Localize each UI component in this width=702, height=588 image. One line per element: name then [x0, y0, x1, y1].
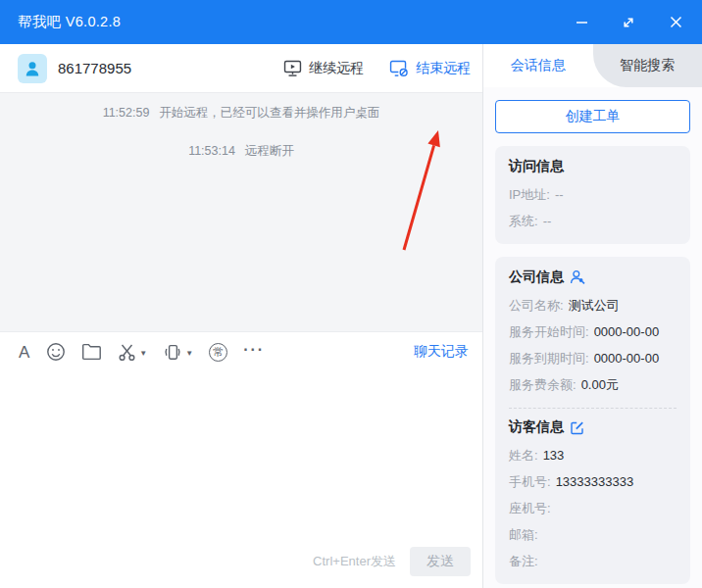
message-time: 11:53:14 — [188, 144, 235, 158]
system-message: 11:52:59开始远程，已经可以查看并操作用户桌面 — [0, 93, 482, 122]
minimize-icon[interactable] — [569, 10, 594, 35]
chat-footer: Ctrl+Enter发送 发送 — [0, 543, 482, 588]
info-row-service-start: 服务开始时间:0000-00-00 — [509, 318, 677, 345]
sidebar-tabs: 会话信息 智能搜索 — [483, 44, 702, 87]
message-text: 开始远程，已经可以查看并操作用户桌面 — [159, 106, 379, 120]
file-icon[interactable] — [81, 343, 102, 361]
tab-session-info[interactable]: 会话信息 — [483, 44, 593, 87]
monitor-play-icon — [283, 60, 302, 77]
tab-smart-search[interactable]: 智能搜索 — [593, 44, 702, 87]
info-row-landline: 座机号: — [509, 495, 677, 521]
continue-remote-label: 继续远程 — [309, 60, 364, 77]
info-row-company-name: 公司名称:测试公司 — [509, 292, 677, 318]
chat-message-area: 11:52:59开始远程，已经可以查看并操作用户桌面 11:53:14远程断开 — [0, 93, 482, 331]
info-row-remark: 备注: — [509, 548, 677, 574]
chevron-down-icon: ▼ — [185, 349, 193, 358]
company-visitor-card: 公司信息 公司名称:测试公司 服务开始时间:0000-00-00 服务到期时间:… — [495, 257, 690, 584]
dashed-divider — [509, 408, 677, 409]
info-panel: 会话信息 智能搜索 创建工单 访问信息 IP地址:-- 系统:-- 公司信 — [482, 44, 702, 588]
continue-remote-button[interactable]: 继续远程 — [283, 60, 364, 77]
chat-history-link[interactable]: 聊天记录 — [414, 343, 469, 361]
company-info-title: 公司信息 — [509, 269, 677, 286]
create-ticket-button[interactable]: 创建工单 — [495, 100, 690, 133]
app-title: 帮我吧 V6.0.2.8 — [18, 13, 121, 31]
info-row-ip: IP地址:-- — [509, 181, 677, 208]
info-row-mobile: 手机号:13333333333 — [509, 468, 677, 495]
info-row-email: 邮箱: — [509, 521, 677, 548]
info-row-system: 系统:-- — [509, 208, 677, 234]
info-row-name: 姓名:133 — [509, 442, 677, 468]
window-controls — [569, 10, 688, 35]
end-remote-label: 结束远程 — [416, 60, 471, 77]
visit-info-title: 访问信息 — [509, 158, 677, 175]
info-row-service-end: 服务到期时间:0000-00-00 — [509, 345, 677, 371]
monitor-end-icon — [389, 60, 409, 77]
edit-icon[interactable] — [570, 420, 584, 435]
message-text: 远程断开 — [245, 144, 294, 158]
close-icon[interactable] — [663, 10, 688, 35]
visitor-info-title: 访客信息 — [509, 418, 677, 436]
user-avatar — [18, 54, 47, 83]
maximize-icon[interactable] — [616, 10, 641, 35]
chat-toolbar: A ▼ — [0, 331, 482, 372]
system-message: 11:53:14远程断开 — [0, 122, 482, 160]
send-hint: Ctrl+Enter发送 — [313, 553, 396, 570]
chat-panel: 861778955 继续远程 — [0, 44, 482, 588]
user-id: 861778955 — [58, 60, 131, 76]
person-key-icon[interactable] — [570, 270, 585, 285]
message-time: 11:52:59 — [103, 106, 150, 120]
font-icon[interactable]: A — [18, 344, 30, 361]
titlebar: 帮我吧 V6.0.2.8 — [0, 0, 702, 44]
message-input[interactable] — [0, 372, 482, 544]
info-row-service-balance: 服务费余额:0.00元 — [509, 371, 677, 398]
screenshot-icon[interactable]: ▼ — [118, 343, 147, 362]
visit-info-card: 访问信息 IP地址:-- 系统:-- — [495, 146, 690, 244]
chevron-down-icon: ▼ — [139, 349, 147, 358]
more-icon[interactable]: ··· — [243, 342, 265, 358]
session-info-content: 创建工单 访问信息 IP地址:-- 系统:-- 公司信息 — [483, 87, 702, 588]
emoji-icon[interactable] — [46, 342, 66, 362]
common-phrases-icon[interactable]: 常 — [209, 343, 227, 362]
end-remote-button[interactable]: 结束远程 — [389, 60, 471, 77]
shake-icon[interactable]: ▼ — [163, 343, 193, 362]
send-button[interactable]: 发送 — [410, 547, 471, 576]
chat-header: 861778955 继续远程 — [0, 44, 482, 93]
person-icon — [23, 59, 42, 78]
